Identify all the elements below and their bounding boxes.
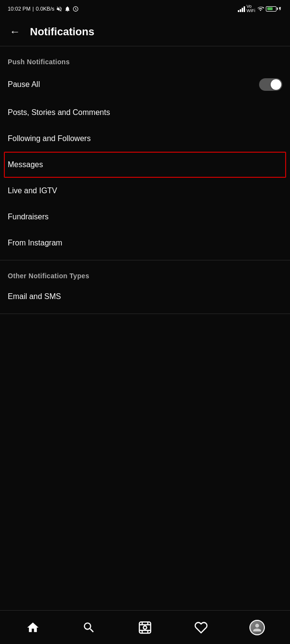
search-icon — [82, 621, 96, 634]
circle-icon — [72, 6, 79, 12]
network-speed: | — [32, 6, 34, 12]
reels-icon — [138, 621, 152, 634]
heart-icon — [194, 621, 208, 634]
messages-label: Messages — [8, 160, 43, 169]
menu-item-live-igtv[interactable]: Live and IGTV — [0, 178, 290, 204]
posts-stories-label: Posts, Stories and Comments — [8, 108, 110, 117]
page-title: Notifications — [30, 26, 94, 38]
svg-rect-1 — [139, 622, 150, 633]
profile-avatar — [249, 620, 265, 635]
status-right: VoWiFi — [238, 4, 282, 13]
mute-icon — [56, 6, 62, 12]
menu-item-posts-stories[interactable]: Posts, Stories and Comments — [0, 100, 290, 126]
email-sms-label: Email and SMS — [8, 292, 61, 301]
menu-item-following[interactable]: Following and Followers — [0, 126, 290, 152]
pause-all-toggle[interactable] — [259, 78, 282, 91]
time-text: 10:02 PM — [8, 6, 30, 12]
nav-reels[interactable] — [133, 615, 157, 640]
push-notifications-header: Push Notifications — [0, 50, 290, 70]
alarm-icon — [64, 6, 71, 12]
charging-icon — [278, 6, 282, 12]
back-button[interactable]: ← — [8, 25, 22, 39]
wifi-icon — [257, 5, 264, 12]
svg-point-2 — [144, 626, 147, 629]
signal-icon — [238, 5, 245, 12]
status-left: 10:02 PM | 0.0KB/s — [8, 6, 79, 12]
push-notifications-section: Push Notifications Pause All Posts, Stor… — [0, 46, 290, 260]
toggle-track — [259, 78, 282, 91]
nav-search[interactable] — [77, 615, 101, 640]
nav-home[interactable] — [21, 615, 45, 640]
menu-item-from-instagram[interactable]: From Instagram — [0, 230, 290, 256]
menu-item-messages[interactable]: Messages — [4, 152, 286, 178]
menu-item-email-sms[interactable]: Email and SMS — [0, 284, 290, 310]
pause-all-label: Pause All — [8, 80, 40, 89]
fundraisers-label: Fundraisers — [8, 213, 48, 221]
nav-activity[interactable] — [189, 615, 213, 640]
home-icon — [26, 621, 40, 634]
other-notifications-header: Other Notification Types — [0, 264, 290, 284]
status-bar: 10:02 PM | 0.0KB/s VoWiFi — [0, 0, 290, 17]
from-instagram-label: From Instagram — [8, 239, 62, 247]
following-label: Following and Followers — [8, 134, 91, 143]
nav-profile[interactable] — [245, 615, 269, 640]
menu-item-pause-all[interactable]: Pause All — [0, 70, 290, 100]
live-igtv-label: Live and IGTV — [8, 186, 57, 195]
vo-label: VoWiFi — [246, 4, 255, 13]
network-speed-value: 0.0KB/s — [36, 6, 55, 12]
bottom-nav — [0, 610, 290, 644]
other-notifications-section: Other Notification Types Email and SMS — [0, 260, 290, 314]
menu-item-fundraisers[interactable]: Fundraisers — [0, 204, 290, 230]
header: ← Notifications — [0, 17, 290, 46]
toggle-thumb — [271, 79, 281, 90]
battery-icon — [266, 6, 276, 12]
